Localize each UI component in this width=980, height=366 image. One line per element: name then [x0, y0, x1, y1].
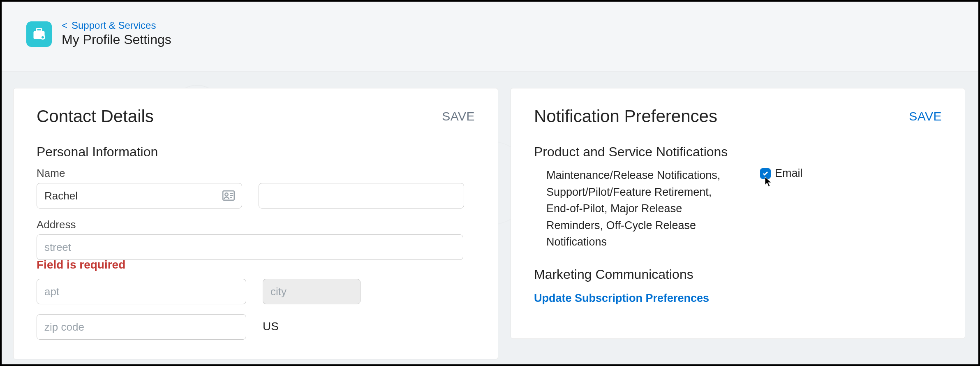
- address-label: Address: [37, 218, 475, 231]
- svg-rect-1: [37, 29, 42, 31]
- last-name-input[interactable]: [259, 183, 464, 208]
- product-notif-description: Maintenance/Release Notifications, Suppo…: [546, 167, 727, 250]
- country-value: US: [263, 314, 279, 333]
- contact-card-title: Contact Details: [37, 107, 154, 126]
- contact-save-button[interactable]: SAVE: [442, 109, 475, 123]
- breadcrumb-link[interactable]: Support & Services: [72, 20, 156, 31]
- cursor-icon: [764, 176, 772, 188]
- svg-point-4: [225, 193, 228, 196]
- update-subscription-link[interactable]: Update Subscription Preferences: [534, 292, 709, 304]
- notification-preferences-card: Notification Preferences SAVE Product an…: [511, 88, 965, 339]
- page-header: < Support & Services My Profile Settings: [2, 2, 978, 72]
- product-notif-heading: Product and Service Notifications: [534, 144, 942, 160]
- street-input[interactable]: [37, 234, 463, 260]
- personal-info-heading: Personal Information: [37, 144, 475, 160]
- apt-input[interactable]: [37, 279, 246, 304]
- name-label: Name: [37, 167, 475, 180]
- first-name-input[interactable]: [37, 183, 242, 208]
- chevron-left-icon: <: [62, 21, 67, 30]
- breadcrumb[interactable]: < Support & Services: [62, 20, 171, 31]
- page-title: My Profile Settings: [62, 32, 171, 47]
- notif-card-title: Notification Preferences: [534, 107, 717, 126]
- contact-details-card: Contact Details SAVE Personal Informatio…: [13, 88, 498, 359]
- app-briefcase-icon: [26, 21, 52, 47]
- contact-card-icon: [222, 190, 235, 201]
- zip-input[interactable]: [37, 314, 246, 340]
- street-error-text: Field is required: [37, 258, 475, 271]
- marketing-heading: Marketing Communications: [534, 267, 942, 282]
- email-checkbox-label: Email: [775, 167, 803, 180]
- city-input[interactable]: [263, 279, 361, 304]
- notif-save-button[interactable]: SAVE: [909, 109, 942, 123]
